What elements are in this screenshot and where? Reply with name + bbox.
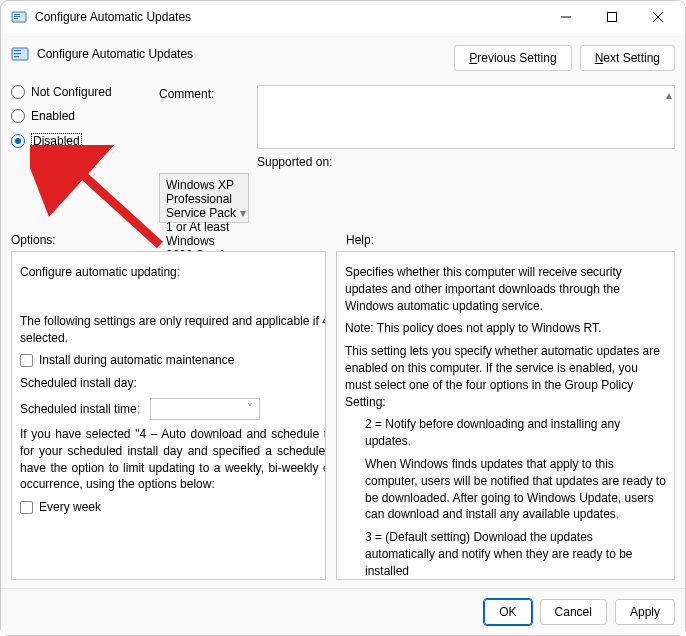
comment-textbox[interactable]: ▴ xyxy=(257,85,675,149)
dialog-window: Configure Automatic Updates Configure Au… xyxy=(0,0,686,636)
next-setting-button[interactable]: Next Setting xyxy=(580,45,675,71)
help-paragraph: Specifies whether this computer will rec… xyxy=(345,264,666,314)
comment-label: Comment: xyxy=(159,85,249,101)
configure-updating-label: Configure automatic updating: xyxy=(20,264,326,281)
svg-rect-5 xyxy=(608,13,617,22)
svg-rect-10 xyxy=(14,53,21,54)
scheduled-day-label: Scheduled install day: xyxy=(20,375,137,392)
radio-label: Enabled xyxy=(31,109,75,123)
radio-icon xyxy=(11,85,25,99)
footer: OK Cancel Apply xyxy=(1,588,685,635)
radio-icon xyxy=(11,109,25,123)
minimize-button[interactable] xyxy=(543,2,589,32)
scheduled-time-label: Scheduled install time: xyxy=(20,401,140,418)
top-settings-grid: Not Configured Enabled Disabled Comment:… xyxy=(11,85,675,223)
radio-label: Disabled xyxy=(31,133,82,149)
help-paragraph: 2 = Notify before downloading and instal… xyxy=(345,416,666,450)
svg-rect-11 xyxy=(14,56,19,57)
close-button[interactable] xyxy=(635,2,681,32)
help-label: Help: xyxy=(346,233,374,247)
scheduled-day-row: Scheduled install day: xyxy=(20,375,326,392)
scroll-up-icon[interactable]: ▴ xyxy=(666,88,672,102)
header-title: Configure Automatic Updates xyxy=(37,47,193,61)
help-paragraph: When Windows finds updates that apply to… xyxy=(345,456,666,523)
options-pane[interactable]: Configure automatic updating: The follow… xyxy=(11,251,326,580)
scheduled-time-row: Scheduled install time: ˅ xyxy=(20,398,326,420)
supported-on-box: Windows XP Professional Service Pack 1 o… xyxy=(159,173,249,223)
help-paragraph: Note: This policy does not apply to Wind… xyxy=(345,320,666,337)
not-configured-radio[interactable]: Not Configured xyxy=(11,85,151,99)
maximize-button[interactable] xyxy=(589,2,635,32)
checkbox-label: Install during automatic maintenance xyxy=(39,352,234,369)
checkbox-icon xyxy=(20,354,33,367)
help-paragraph: 3 = (Default setting) Download the updat… xyxy=(345,529,666,579)
pane-labels: Options: Help: xyxy=(11,233,675,247)
svg-rect-9 xyxy=(14,50,21,51)
scheduled-time-select[interactable]: ˅ xyxy=(150,398,260,420)
content-area: Configure Automatic Updates Previous Set… xyxy=(1,33,685,588)
svg-rect-2 xyxy=(14,16,20,17)
radio-label: Not Configured xyxy=(31,85,112,99)
titlebar: Configure Automatic Updates xyxy=(1,1,685,33)
help-pane[interactable]: Specifies whether this computer will rec… xyxy=(336,251,675,580)
checkbox-icon xyxy=(20,501,33,514)
schedule-description-text: If you have selected "4 – Auto download … xyxy=(20,426,326,493)
ok-button[interactable]: OK xyxy=(484,599,531,625)
help-paragraph: This setting lets you specify whether au… xyxy=(345,343,666,410)
header: Configure Automatic Updates Previous Set… xyxy=(11,41,675,81)
radio-icon xyxy=(11,134,25,148)
required-settings-text: The following settings are only required… xyxy=(20,313,326,347)
window-title: Configure Automatic Updates xyxy=(35,10,543,24)
install-maintenance-checkbox[interactable]: Install during automatic maintenance xyxy=(20,352,326,369)
svg-rect-3 xyxy=(14,18,18,19)
cancel-button[interactable]: Cancel xyxy=(540,599,607,625)
app-icon xyxy=(11,9,27,25)
disabled-radio[interactable]: Disabled xyxy=(11,133,151,149)
enabled-radio[interactable]: Enabled xyxy=(11,109,151,123)
panes: Configure automatic updating: The follow… xyxy=(11,251,675,580)
checkbox-label: Every week xyxy=(39,499,101,516)
policy-icon xyxy=(11,45,29,63)
every-week-checkbox[interactable]: Every week xyxy=(20,499,326,516)
state-radio-group: Not Configured Enabled Disabled xyxy=(11,85,151,149)
previous-setting-button[interactable]: Previous Setting xyxy=(454,45,571,71)
svg-rect-1 xyxy=(14,14,20,15)
supported-on-label: Supported on: xyxy=(257,153,675,169)
scroll-down-icon[interactable]: ▾ xyxy=(240,206,246,220)
apply-button[interactable]: Apply xyxy=(615,599,675,625)
